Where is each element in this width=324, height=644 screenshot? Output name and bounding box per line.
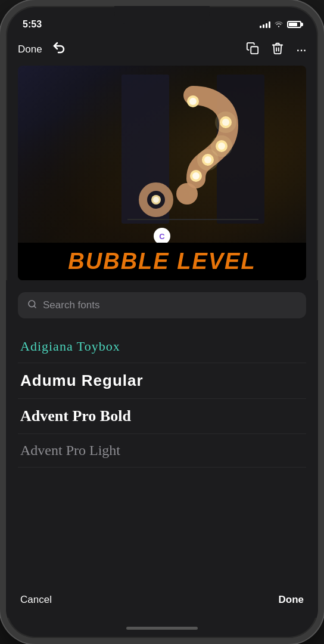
canva-watermark: C <box>154 228 170 244</box>
battery-icon <box>287 21 301 28</box>
font-name-advent-light: Advent Pro Light <box>20 442 120 458</box>
font-name-adigiana: Adigiana Toybox <box>20 339 120 354</box>
font-item-advent-bold[interactable]: Advent Pro Bold <box>18 399 306 434</box>
status-icons <box>260 20 301 29</box>
cancel-button[interactable]: Cancel <box>20 594 52 606</box>
undo-button[interactable] <box>52 41 66 58</box>
svg-point-17 <box>153 197 159 203</box>
wifi-icon <box>274 20 284 29</box>
font-item-adumu[interactable]: Adumu Regular <box>18 363 306 399</box>
canva-logo: C <box>159 232 164 241</box>
font-item-advent-light[interactable]: Advent Pro Light <box>18 434 306 467</box>
bottom-actions: Cancel Done <box>18 584 306 618</box>
svg-point-20 <box>197 149 219 171</box>
image-text: BUBBLE LEVEL <box>30 249 294 274</box>
phone-frame: 5:53 Done <box>0 0 324 644</box>
search-input[interactable]: Search fonts <box>43 299 99 311</box>
font-name-adumu: Adumu Regular <box>20 371 144 389</box>
svg-line-23 <box>34 306 36 308</box>
toolbar-right: ··· <box>246 41 306 58</box>
bottom-panel: Search fonts Adigiana Toybox Adumu Regul… <box>6 280 318 618</box>
font-list: Adigiana Toybox Adumu Regular Advent Pro… <box>18 330 306 584</box>
svg-point-13 <box>192 172 200 179</box>
svg-point-18 <box>215 112 236 133</box>
search-container[interactable]: Search fonts <box>18 292 306 318</box>
signal-icon <box>260 21 270 28</box>
lamp-illustration <box>116 72 270 239</box>
svg-rect-0 <box>251 47 258 54</box>
delete-button[interactable] <box>271 42 284 58</box>
notch <box>114 6 210 24</box>
status-time: 5:53 <box>23 19 42 30</box>
toolbar-left: Done <box>18 41 66 58</box>
toolbar-done-button[interactable]: Done <box>18 44 42 55</box>
font-name-advent-bold: Advent Pro Bold <box>20 407 131 425</box>
search-icon <box>27 299 37 311</box>
svg-point-4 <box>176 183 198 205</box>
toolbar: Done <box>6 36 318 66</box>
svg-point-15 <box>189 98 197 105</box>
image-text-overlay: BUBBLE LEVEL <box>18 243 306 280</box>
done-button[interactable]: Done <box>279 594 304 606</box>
home-bar <box>126 627 198 630</box>
more-button[interactable]: ··· <box>296 41 306 58</box>
home-indicator <box>6 618 318 638</box>
font-item-adigiana[interactable]: Adigiana Toybox <box>18 330 306 363</box>
image-area: C BUBBLE LEVEL <box>18 66 306 280</box>
copy-button[interactable] <box>246 42 259 58</box>
